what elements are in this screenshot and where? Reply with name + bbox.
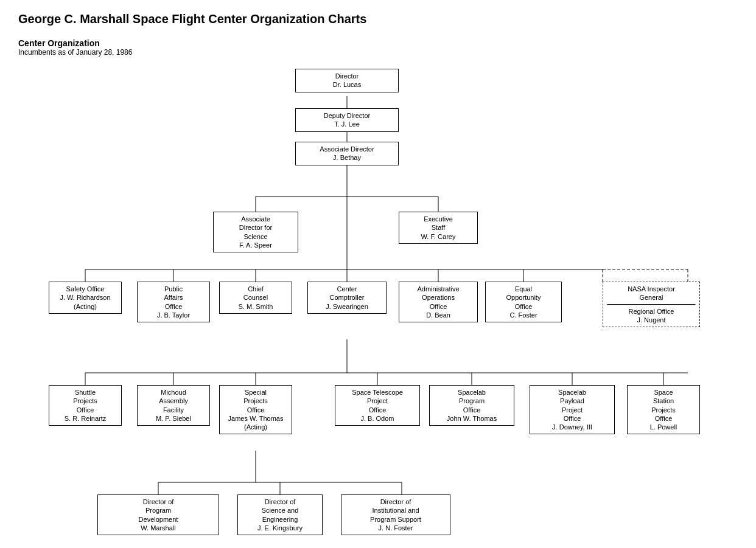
nasa-ig-box: NASA Inspector General Regional Office J… xyxy=(603,282,700,327)
section-title: Center Organization xyxy=(18,38,738,48)
section-subtitle: Incumbents as of January 28, 1986 xyxy=(18,48,738,57)
assoc-science-box: Associate Director for Science F. A. Spe… xyxy=(213,212,298,252)
special-box: Special Projects Office James W. Thomas … xyxy=(219,385,292,434)
comptroller-box: Center Comptroller J. Swearingen xyxy=(307,282,387,314)
spacelab-prog-box: Spacelab Program Office John W. Thomas xyxy=(429,385,514,426)
safety-box: Safety Office J. W. Richardson (Acting) xyxy=(49,282,122,314)
deputy-box: Deputy Director T. J. Lee xyxy=(295,108,399,132)
associate-box: Associate Director J. Bethay xyxy=(295,142,399,165)
dir-institutional-box: Director of Institutional and Program Su… xyxy=(341,494,450,535)
director-box: Director Dr. Lucas xyxy=(295,69,399,92)
chief-counsel-box: Chief Counsel S. M. Smith xyxy=(219,282,292,314)
dir-science-box: Director of Science and Engineering J. E… xyxy=(237,494,323,535)
exec-staff-box: Executive Staff W. F. Carey xyxy=(399,212,478,244)
space-telescope-box: Space Telescope Project Office J. B. Odo… xyxy=(335,385,420,426)
equal-opp-box: Equal Opportunity Office C. Foster xyxy=(485,282,562,322)
spacelab-payload-box: Spacelab Payload Project Office J. Downe… xyxy=(530,385,615,434)
admin-ops-box: Administrative Operations Office D. Bean xyxy=(399,282,478,322)
dir-program-box: Director of Program Development W. Marsh… xyxy=(97,494,219,535)
space-station-box: Space Station Projects Office L. Powell xyxy=(627,385,700,434)
michoud-box: Michoud Assembly Facility M. P. Siebel xyxy=(137,385,210,426)
public-affairs-box: Public Affairs Office J. B. Taylor xyxy=(137,282,210,322)
page-title: George C. Marshall Space Flight Center O… xyxy=(18,12,738,26)
shuttle-box: Shuttle Projects Office S. R. Reinartz xyxy=(49,385,122,426)
